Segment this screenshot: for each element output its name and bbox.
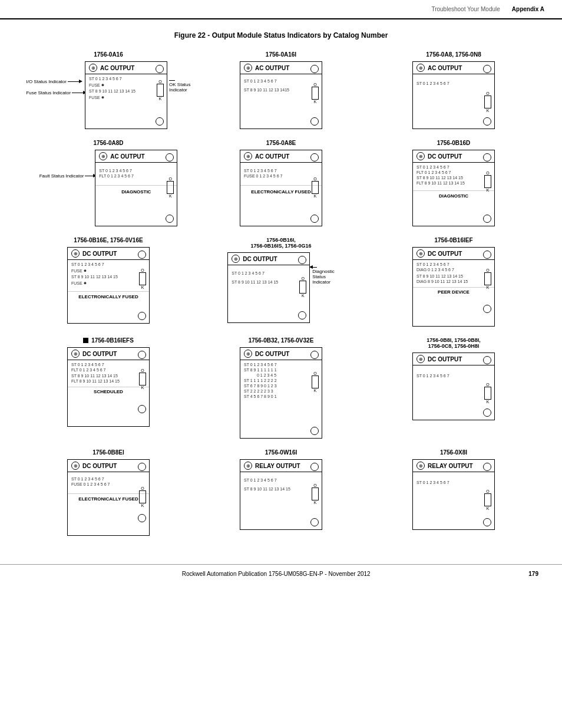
module-wrapper-1756-0B8EI: 1756-0B8EI ⊕ DC OUTPUT ST 0 1 2 3 4 5 6 … bbox=[24, 449, 193, 536]
module-box-1756-0B16IEF: ⊕ DC OUTPUT ST 0 1 2 3 4 5 6 7 DIAG 0 1 … bbox=[412, 247, 495, 327]
module-box-1756-0B16D: ⊕ DC OUTPUT ST 0 1 2 3 4 5 6 7 FLT 0 1 2… bbox=[412, 150, 495, 226]
module-box-1756-0A16: ⊕ AC OUTPUT ST 0 1 2 3 4 5 6 7 FUSE ● ST… bbox=[85, 61, 167, 129]
module-box-1756-0B16E: ⊕ DC OUTPUT ST 0 1 2 3 4 5 6 7 FUSE ● ST… bbox=[67, 247, 150, 324]
header-appendix: Appendix A bbox=[512, 6, 544, 12]
module-box-1756-0B8I: ⊕ DC OUTPUT ST 0 1 2 3 4 5 6 7 O K bbox=[412, 353, 495, 420]
ok-status-label: OK Status bbox=[169, 82, 190, 87]
module-type: DC OUTPUT bbox=[82, 251, 117, 257]
fuse-status-label: Fuse Status Indicator bbox=[26, 90, 71, 95]
module-label-1756-0B16E: 1756-0B16E, 1756-0V16E bbox=[74, 237, 143, 243]
module-box-1756-0B16I: ⊕ DC OUTPUT ST 0 1 2 3 4 5 6 7 ST 8 9 10… bbox=[227, 252, 310, 323]
module-box-1756-0B8EI: ⊕ DC OUTPUT ST 0 1 2 3 4 5 6 7 FUSE 0 1 … bbox=[67, 459, 150, 536]
module-box-1756-0W16I: ⊕ RELAY OUTPUT ST 0 1 2 3 4 5 6 7 ST 8 9… bbox=[240, 459, 322, 530]
module-label-1756-0B8I: 1756-0B8I, 1756-0B8I,1756-0C8, 1756-0H8I bbox=[427, 337, 481, 349]
module-label-1756-0B8EI: 1756-0B8EI bbox=[92, 449, 124, 456]
module-box-1756-0A8-0N8: ⊕ AC OUTPUT ST 0 1 2 3 4 5 6 7 O K bbox=[412, 61, 495, 129]
module-label-1756-0B16D: 1756-0B16D bbox=[437, 140, 471, 146]
module-label-1756-0B16IEF: 1756-0B16IEF bbox=[434, 237, 472, 243]
module-box-1756-0B32: ⊕ DC OUTPUT ST 0 1 2 3 4 5 6 7 ST 8 9 1 … bbox=[240, 347, 322, 439]
header-title: Troubleshoot Your Module bbox=[431, 6, 500, 12]
module-type: AC OUTPUT bbox=[110, 153, 144, 160]
module-wrapper-1756-0B16D: 1756-0B16D ⊕ DC OUTPUT ST 0 1 2 3 4 5 6 … bbox=[369, 140, 538, 226]
module-type: DC OUTPUT bbox=[255, 351, 289, 357]
module-wrapper-1756-0A8E: 1756-0A8E ⊕ AC OUTPUT ST 0 1 2 3 4 5 6 7… bbox=[196, 140, 366, 226]
module-label-1756-0A16I: 1756-0A16I bbox=[266, 51, 296, 58]
module-label-1756-0A8-0N8: 1756-0A8, 1756-0N8 bbox=[426, 51, 481, 58]
module-box-1756-0A8E: ⊕ AC OUTPUT ST 0 1 2 3 4 5 6 7 FUSE 0 1 … bbox=[240, 150, 322, 226]
module-type: DC OUTPUT bbox=[82, 351, 117, 357]
module-wrapper-1756-0B16IEF: 1756-0B16IEF ⊕ DC OUTPUT ST 0 1 2 3 4 5 … bbox=[369, 237, 538, 327]
module-type: AC OUTPUT bbox=[100, 65, 134, 71]
module-wrapper-1756-0X8I: 1756-0X8I ⊕ RELAY OUTPUT ST 0 1 2 3 4 5 … bbox=[369, 449, 538, 536]
module-type: DC OUTPUT bbox=[82, 463, 117, 469]
module-type: DC OUTPUT bbox=[428, 356, 462, 363]
module-wrapper-1756-0B16I: 1756-0B16I,1756-0B16IS, 1756-0G16 ⊕ DC O… bbox=[196, 237, 366, 327]
fault-status-label: Fault Status Indicator bbox=[39, 173, 84, 179]
bold-square-icon bbox=[83, 338, 88, 343]
module-box-1756-0A16I: ⊕ AC OUTPUT ST 0 1 2 3 4 5 6 7 ST 8 9 10… bbox=[240, 61, 322, 129]
indicator-label: Indicator bbox=[312, 279, 334, 285]
module-wrapper-1756-0W16I: 1756-0W16I ⊕ RELAY OUTPUT ST 0 1 2 3 4 5… bbox=[196, 449, 366, 536]
module-wrapper-1756-0A16: 1756-0A16 I/O Status Indicator Fuse Stat… bbox=[24, 51, 193, 129]
diag-status-label: Diagnostic bbox=[312, 269, 334, 274]
module-label-1756-0B32: 1756-0B32, 1756-0V32E bbox=[249, 337, 314, 344]
page-footer: Rockwell Automation Publication 1756-UM0… bbox=[0, 564, 562, 583]
module-box-1756-0X8I: ⊕ RELAY OUTPUT ST 0 1 2 3 4 5 6 7 O K bbox=[412, 459, 495, 530]
module-type: DC OUTPUT bbox=[243, 256, 277, 262]
module-wrapper-1756-0B16IEFS: 1756-0B16IEFS ⊕ DC OUTPUT ST 0 1 2 3 4 5… bbox=[24, 337, 193, 439]
module-type: RELAY OUTPUT bbox=[428, 463, 473, 469]
module-type: DC OUTPUT bbox=[428, 251, 462, 257]
module-type: DC OUTPUT bbox=[428, 153, 462, 160]
module-label-1756-0A8D: 1756-0A8D bbox=[93, 140, 123, 146]
page-number: 179 bbox=[528, 571, 538, 577]
module-type: AC OUTPUT bbox=[428, 65, 462, 71]
module-box-1756-0B16IEFS: ⊕ DC OUTPUT ST 0 1 2 3 4 5 6 7 FLT 0 1 2… bbox=[67, 347, 150, 427]
module-wrapper-1756-0A16I: 1756-0A16I ⊕ AC OUTPUT ST 0 1 2 3 4 5 6 … bbox=[196, 51, 366, 129]
module-label-1756-0B16I: 1756-0B16I,1756-0B16IS, 1756-0G16 bbox=[250, 237, 311, 249]
module-type: RELAY OUTPUT bbox=[255, 463, 300, 469]
module-wrapper-1756-0A8D: 1756-0A8D Fault Status Indicator ⊕ AC OU… bbox=[24, 140, 193, 226]
module-wrapper-1756-0B32: 1756-0B32, 1756-0V32E ⊕ DC OUTPUT ST 0 1… bbox=[196, 337, 366, 439]
module-box-1756-0A8D: ⊕ AC OUTPUT ST 0 1 2 3 4 5 6 7 FLT 0 1 2… bbox=[95, 150, 177, 226]
module-type: AC OUTPUT bbox=[255, 153, 289, 160]
page-header: Troubleshoot Your Module Appendix A bbox=[0, 0, 562, 19]
footer-text: Rockwell Automation Publication 1756-UM0… bbox=[24, 571, 528, 577]
status-label: Status bbox=[312, 274, 334, 279]
module-wrapper-1756-0B8I: 1756-0B8I, 1756-0B8I,1756-0C8, 1756-0H8I… bbox=[369, 337, 538, 439]
module-label-1756-0W16I: 1756-0W16I bbox=[265, 449, 297, 456]
module-label-1756-0A8E: 1756-0A8E bbox=[266, 140, 296, 146]
module-label-1756-0A16: 1756-0A16 bbox=[94, 51, 123, 58]
module-label-1756-0X8I: 1756-0X8I bbox=[440, 449, 467, 456]
io-status-label: I/O Status Indicator bbox=[26, 79, 66, 84]
module-label-1756-0B16IEFS: 1756-0B16IEFS bbox=[91, 337, 134, 344]
ok-indicator-label: Indicator bbox=[169, 87, 190, 93]
module-wrapper-1756-0B16E: 1756-0B16E, 1756-0V16E ⊕ DC OUTPUT ST 0 … bbox=[24, 237, 193, 327]
figure-title: Figure 22 - Output Module Status Indicat… bbox=[24, 31, 538, 39]
module-wrapper-1756-0A8-0N8: 1756-0A8, 1756-0N8 ⊕ AC OUTPUT ST 0 1 2 … bbox=[369, 51, 538, 129]
module-type: AC OUTPUT bbox=[255, 65, 289, 71]
